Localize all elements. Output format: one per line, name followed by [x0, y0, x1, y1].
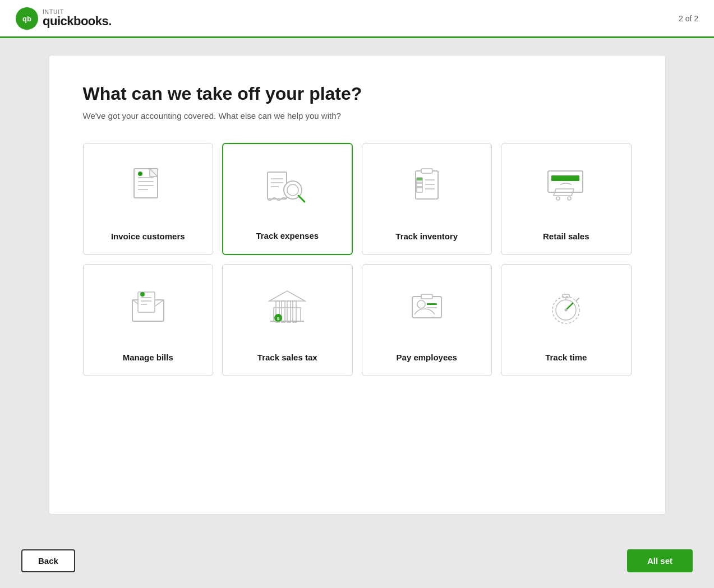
logo-icon: qb: [16, 7, 38, 30]
allset-button[interactable]: All set: [627, 549, 693, 572]
svg-rect-49: [421, 294, 432, 299]
track-time-label: Track time: [545, 353, 587, 362]
svg-rect-47: [427, 303, 437, 305]
logo-text: intuit quickbooks.: [43, 10, 112, 27]
track-expenses-label: Track expenses: [256, 231, 319, 240]
option-track-time[interactable]: Track time: [501, 264, 632, 376]
svg-rect-45: [412, 297, 441, 318]
app-header: qb intuit quickbooks. 2 of 2: [0, 0, 714, 38]
track-sales-tax-label: Track sales tax: [257, 353, 317, 362]
option-track-inventory[interactable]: Track inventory: [362, 143, 492, 255]
track-time-icon: [541, 281, 591, 332]
svg-rect-17: [421, 169, 432, 173]
content-card: What can we take off your plate? We've g…: [49, 55, 666, 515]
svg-point-56: [565, 309, 568, 312]
svg-text:qb: qb: [22, 15, 31, 23]
svg-rect-40: [293, 301, 296, 322]
step-indicator: 2 of 2: [679, 14, 698, 23]
svg-point-46: [417, 300, 425, 308]
svg-line-15: [298, 196, 305, 202]
main-content: What can we take off your plate? We've g…: [0, 38, 714, 534]
page-title: What can we take off your plate?: [83, 84, 632, 104]
manage-bills-icon: [123, 281, 173, 332]
logo-qb-label: quickbooks.: [43, 15, 112, 27]
svg-marker-41: [269, 291, 305, 301]
svg-rect-16: [416, 171, 438, 199]
svg-point-35: [140, 292, 145, 297]
track-expenses-icon: [262, 161, 312, 211]
svg-rect-39: [287, 301, 291, 322]
logo-area: qb intuit quickbooks.: [16, 7, 112, 30]
svg-rect-26: [551, 175, 579, 181]
option-manage-bills[interactable]: Manage bills: [83, 264, 214, 376]
svg-text:$: $: [277, 316, 280, 321]
svg-line-54: [576, 298, 579, 301]
retail-sales-label: Retail sales: [543, 232, 589, 241]
back-button[interactable]: Back: [21, 549, 75, 572]
svg-line-55: [566, 303, 573, 310]
pay-employees-icon: [402, 281, 452, 332]
svg-point-8: [138, 172, 142, 176]
svg-rect-22: [417, 178, 422, 180]
invoice-customers-icon: [123, 160, 173, 211]
options-grid: Invoice customers: [83, 143, 632, 376]
pay-employees-label: Pay employees: [397, 353, 457, 362]
page-footer: Back All set: [0, 534, 714, 588]
retail-sales-icon: [541, 160, 591, 211]
svg-point-27: [556, 197, 560, 200]
invoice-customers-label: Invoice customers: [111, 232, 185, 241]
page-subtitle: We've got your accounting covered. What …: [83, 111, 632, 121]
option-invoice-customers[interactable]: Invoice customers: [83, 143, 214, 255]
option-track-expenses[interactable]: Track expenses: [222, 143, 353, 255]
manage-bills-label: Manage bills: [123, 353, 173, 362]
svg-rect-38: [282, 301, 285, 322]
track-sales-tax-icon: $: [262, 281, 312, 332]
option-retail-sales[interactable]: Retail sales: [501, 143, 632, 255]
option-pay-employees[interactable]: Pay employees: [362, 264, 492, 376]
track-inventory-icon: [402, 160, 452, 211]
option-track-sales-tax[interactable]: $ Track sales tax: [222, 264, 353, 376]
svg-rect-9: [268, 172, 287, 199]
svg-point-28: [568, 197, 571, 200]
track-inventory-label: Track inventory: [395, 232, 458, 241]
